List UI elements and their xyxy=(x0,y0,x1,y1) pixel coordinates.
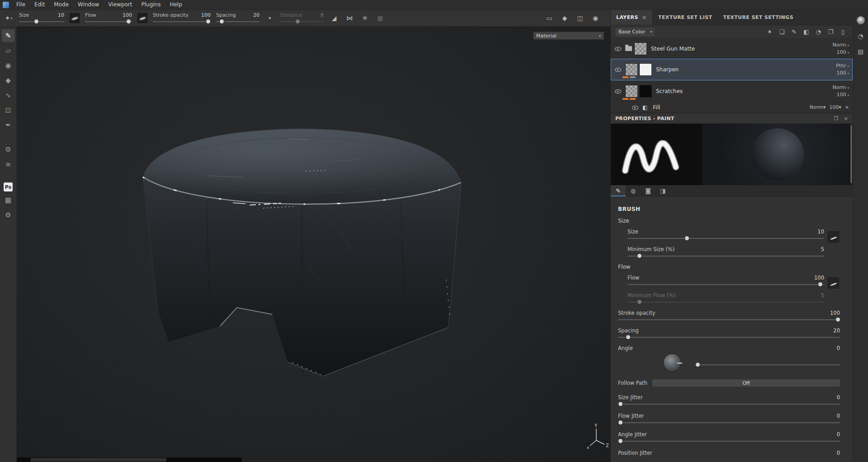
tab-brush[interactable]: ✎ xyxy=(611,185,626,196)
projection-tool[interactable]: ◉ xyxy=(2,59,14,72)
flow-pressure-icon[interactable] xyxy=(828,277,839,289)
log-icon[interactable]: ▤ xyxy=(858,48,863,55)
opacity-select[interactable]: 100▾ xyxy=(829,104,841,110)
paint-brush-tool[interactable]: ✎ xyxy=(2,29,14,42)
viewport-scrollbar[interactable] xyxy=(17,457,242,462)
tab-material[interactable]: ◍ xyxy=(626,185,641,196)
viewport-scrollbar-handle[interactable] xyxy=(31,458,166,462)
tab-texture-set-settings[interactable]: TEXTURE SET SETTINGS xyxy=(718,10,799,25)
blend-mode-select[interactable]: Norm▾ xyxy=(810,104,826,110)
spacing-value[interactable]: 20 xyxy=(253,13,259,18)
add-fill-layer-icon[interactable]: ◧ xyxy=(802,28,811,37)
slider-knob[interactable] xyxy=(685,236,689,240)
layer-thumbnail[interactable] xyxy=(625,85,638,98)
size-value[interactable]: 10 xyxy=(58,13,64,18)
layer-name[interactable]: Steel Gun Matte xyxy=(651,46,695,52)
layer-name[interactable]: Scratches xyxy=(656,88,683,94)
slider-knob[interactable] xyxy=(637,254,642,258)
slider-knob[interactable] xyxy=(836,317,840,322)
close-panel-icon[interactable]: × xyxy=(844,116,848,121)
remove-effect-icon[interactable]: × xyxy=(845,104,849,110)
smudge-tool[interactable]: ∿ xyxy=(2,89,14,102)
eraser-tool[interactable]: ▱ xyxy=(2,44,14,57)
spacing-slider[interactable] xyxy=(216,19,259,24)
mirror-symmetry-icon[interactable]: ⋈ xyxy=(344,13,354,23)
settings-icon[interactable]: ⚙ xyxy=(2,143,14,156)
alpha-shape-selector[interactable]: ✦ ▾ xyxy=(4,13,14,23)
color-picker-icon[interactable] xyxy=(857,16,865,24)
angle-slider-knob[interactable] xyxy=(696,363,700,367)
resources-icon[interactable]: ▦ xyxy=(2,194,14,206)
blend-mode-select[interactable]: Norm▾ xyxy=(832,84,849,90)
layer-name[interactable]: Fill xyxy=(653,104,660,111)
add-paint-layer-icon[interactable]: ✎ xyxy=(789,28,799,37)
menu-viewport[interactable]: Viewport xyxy=(104,0,137,9)
slider-knob[interactable] xyxy=(618,439,623,443)
group-folder-icon[interactable] xyxy=(625,46,632,51)
size-pressure-icon[interactable] xyxy=(70,13,80,23)
add-mask-icon[interactable]: ❏ xyxy=(777,28,787,37)
stroke-opacity-slider[interactable] xyxy=(618,317,840,323)
tab-stencil[interactable]: ◙ xyxy=(641,185,656,196)
close-icon[interactable]: × xyxy=(642,14,647,21)
position-jitter-value[interactable]: 0 xyxy=(837,450,840,456)
layer-thumbnail[interactable] xyxy=(625,63,638,76)
slider-knob[interactable] xyxy=(206,19,210,23)
timeline-icon[interactable]: ≡ xyxy=(2,158,14,171)
falloff-icon[interactable]: • xyxy=(265,13,275,23)
slider-knob[interactable] xyxy=(818,282,822,286)
slider-knob[interactable] xyxy=(618,420,623,425)
angle-dial[interactable] xyxy=(663,354,681,372)
visibility-eye-icon[interactable] xyxy=(614,88,622,94)
slider-knob[interactable] xyxy=(626,335,630,339)
material-picker-tool[interactable]: ✒ xyxy=(2,119,14,131)
menu-mode[interactable]: Mode xyxy=(49,0,73,9)
opacity-select[interactable]: 100▾ xyxy=(836,49,849,55)
angle-value[interactable]: 0 xyxy=(837,345,840,351)
menu-file[interactable]: File xyxy=(12,0,30,9)
channel-select[interactable]: Base Color ▾ xyxy=(616,28,655,36)
tab-grunge[interactable]: ◨ xyxy=(656,185,670,196)
visibility-eye-icon[interactable] xyxy=(614,66,622,73)
display-settings-icon[interactable]: ▭ xyxy=(544,13,554,23)
size-value[interactable]: 10 xyxy=(817,229,824,235)
visibility-eye-icon[interactable] xyxy=(632,104,639,111)
preferences-icon[interactable]: ⚙ xyxy=(2,209,14,221)
slider-knob[interactable] xyxy=(127,19,131,23)
spacing-value[interactable]: 20 xyxy=(833,327,840,334)
menu-help[interactable]: Help xyxy=(165,0,186,9)
radial-symmetry-icon[interactable]: ✳ xyxy=(360,13,370,23)
spacing-slider[interactable] xyxy=(618,335,840,341)
photoshop-plugin-icon[interactable]: Ps xyxy=(4,182,13,191)
add-smart-material-icon[interactable]: ◔ xyxy=(814,28,823,37)
menu-window[interactable]: Window xyxy=(73,0,104,9)
slider-knob[interactable] xyxy=(220,19,224,23)
add-effect-icon[interactable]: ✶ xyxy=(765,28,774,37)
camera-video-icon[interactable]: ◫ xyxy=(575,13,585,23)
lazy-mouse-icon[interactable]: ◢ xyxy=(329,13,339,23)
tab-texture-set-list[interactable]: TEXTURE SET LIST xyxy=(653,10,717,25)
flow-jitter-slider[interactable] xyxy=(618,420,840,426)
viewport-material-select[interactable]: Material ▾ xyxy=(533,32,604,40)
layer-thumbnail[interactable] xyxy=(634,42,647,55)
size-pressure-icon[interactable] xyxy=(828,231,839,243)
flow-slider[interactable] xyxy=(85,19,132,24)
layer-content-thumbnail[interactable] xyxy=(639,85,652,98)
delete-layer-icon[interactable]: ▯ xyxy=(838,28,848,37)
flow-jitter-value[interactable]: 0 xyxy=(837,413,840,419)
layer-row-scratches[interactable]: Scratches Norm▾ 100▾ xyxy=(611,80,853,102)
screenshot-camera-icon[interactable]: ◉ xyxy=(590,13,600,23)
flow-pressure-icon[interactable] xyxy=(137,13,147,23)
follow-path-toggle[interactable]: Off xyxy=(652,379,840,387)
panel-scrollbar-handle[interactable] xyxy=(850,125,852,183)
flow-slider[interactable] xyxy=(627,282,824,288)
clone-tool[interactable]: ⊡ xyxy=(2,104,14,117)
polygon-fill-tool[interactable]: ◆ xyxy=(2,74,14,87)
size-slider[interactable] xyxy=(19,19,64,24)
angle-jitter-value[interactable]: 0 xyxy=(837,431,840,438)
layer-row-fill-effect[interactable]: ◧ Fill Norm▾ 100▾ × xyxy=(611,102,853,113)
size-jitter-slider[interactable] xyxy=(618,401,840,407)
layer-row-sharpen[interactable]: Sharpen Pthr▾ 100▾ xyxy=(611,59,853,80)
layer-content-thumbnail[interactable] xyxy=(639,63,652,76)
size-jitter-value[interactable]: 0 xyxy=(837,394,840,401)
